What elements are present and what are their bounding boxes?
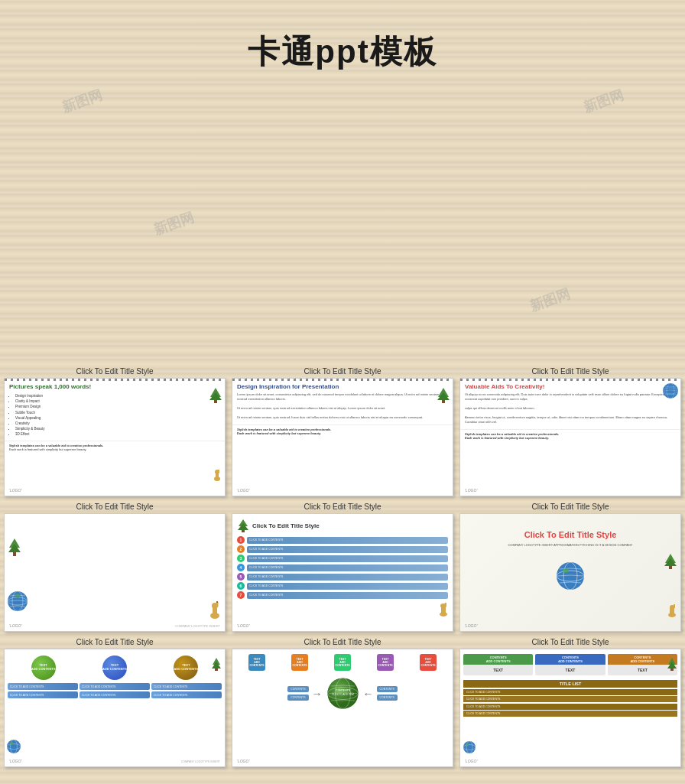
btn-1[interactable]: CLICK TO ADD CONTENTS <box>8 683 78 690</box>
slide2-2-title: Click To Edit Title Style <box>252 522 320 529</box>
arrow-right: → <box>312 688 323 700</box>
slide-2-1[interactable]: 'LOGO' COMPANY LOGOTYPE INSERT <box>4 513 226 632</box>
giraffe-decoration-3 <box>436 600 451 622</box>
slide-3-1[interactable]: TEXTADD CONTENTS TEXTADD CONTENTS TEXTAD… <box>4 649 226 767</box>
svg-rect-9 <box>442 400 445 403</box>
slide3-3-logo: 'LOGO' <box>465 759 477 763</box>
slide2-2-items: 1 CLICK TO ADD CONTENTS 2 CLICK TO ADD C… <box>232 535 453 602</box>
slide3-2-top-boxes: TEXTADD CONTENTS TEXTADD CONTENTS TEXTAD… <box>232 649 453 673</box>
slide-label-2-2: Click To Edit Title Style <box>304 503 381 511</box>
page-title: 卡通ppt模板 <box>0 31 685 73</box>
slide-1-3[interactable]: Valuable Aids To Creativity! Ut aliquip … <box>459 378 681 496</box>
bullet-1: Design Inspiration <box>15 393 220 399</box>
slide-3-3[interactable]: CONTENTSADD CONTENTS TEXT CONTENTSADD CO… <box>459 649 681 767</box>
svg-text:CLICK TO ADD ITEM: CLICK TO ADD ITEM <box>332 693 354 696</box>
tree-decoration-1 <box>209 386 222 406</box>
numbered-item-5: 5 CLICK TO ADD CONTENTS <box>237 573 448 581</box>
num-4: 4 <box>237 564 245 571</box>
btn-2[interactable]: CLICK TO ADD CONTENTS <box>80 683 150 690</box>
globe-decoration-3 <box>6 739 21 757</box>
slide2-3-title: Click To Edit Title Style <box>468 529 673 540</box>
slide-label-2-1: Click To Edit Title Style <box>76 503 154 511</box>
slide1-2-footer: Stylish templates can be a valuable aid … <box>232 425 453 438</box>
slide-row-2: Click To Edit Title Style <box>4 503 681 632</box>
svg-marker-26 <box>238 523 248 530</box>
svg-rect-15 <box>13 552 16 556</box>
slide-wrapper-2-2: Click To Edit Title Style Click To Edit … <box>232 503 453 632</box>
globe-decoration-1 <box>662 382 679 402</box>
slide-3-2[interactable]: TEXTADD CONTENTS TEXTADD CONTENTS TEXTAD… <box>232 649 453 767</box>
slide1-2-title: Design Inspiration for Presentation <box>237 383 448 390</box>
btn-6[interactable]: CLICK TO ADD CONTENTS <box>151 691 222 698</box>
slide1-3-footer: Stylish templates can be a valuable aid … <box>460 429 680 442</box>
btn-row-1: CLICK TO ADD CONTENTS CLICK TO ADD CONTE… <box>8 683 222 690</box>
svg-text:CONTENTS: CONTENTS <box>335 689 350 692</box>
list-item-1[interactable]: CLICK TO ADD CONTENTS <box>463 689 677 695</box>
slide-row-3: Click To Edit Title Style TEXTADD CONTEN… <box>4 638 681 767</box>
slide1-3-content: Ut aliquip ex ea commodo adipiscing elit… <box>465 392 676 425</box>
list-item-2[interactable]: CLICK TO ADD CONTENTS <box>463 696 677 702</box>
num-5: 5 <box>237 573 245 581</box>
title-list-header: TITLE LIST <box>463 680 677 688</box>
svg-marker-61 <box>667 662 677 669</box>
bullet-3: Premium Design <box>15 404 220 409</box>
svg-point-59 <box>466 743 469 746</box>
list-item-3[interactable]: CLICK TO ADD CONTENTS <box>463 704 677 710</box>
slide-wrapper-1-2: Click To Edit Title Style Design Inspira… <box>232 367 453 496</box>
slide3-3-title-list: TITLE LIST CLICK TO ADD CONTENTS CLICK T… <box>460 678 680 718</box>
box2-body: TEXT <box>535 665 605 675</box>
slide2-2-header: Click To Edit Title Style <box>232 514 453 535</box>
slides-grid: Click To Edit Title Style Pictures speak… <box>4 367 681 773</box>
bullet-4: Subtle Touch <box>15 410 220 415</box>
item-bar-3: CLICK TO ADD CONTENTS <box>247 555 448 562</box>
content-box-1: CONTENTSADD CONTENTS TEXT <box>463 654 533 675</box>
numbered-item-6: 6 CLICK TO ADD CONTENTS <box>237 582 448 590</box>
slide3-2-bottom: CONTENTS CONTENTS → <box>232 673 453 714</box>
num-3: 3 <box>237 555 245 562</box>
svg-rect-27 <box>242 530 245 532</box>
slide-wrapper-1-1: Click To Edit Title Style Pictures speak… <box>4 367 226 496</box>
slide-label-2-3: Click To Edit Title Style <box>532 503 609 511</box>
slide-label-1-3: Click To Edit Title Style <box>532 367 609 376</box>
list-item-4[interactable]: CLICK TO ADD CONTENTS <box>463 711 677 717</box>
slide-label-1-1: Click To Edit Title Style <box>76 367 154 376</box>
svg-rect-38 <box>669 566 672 569</box>
slide-1-1[interactable]: Pictures speak 1,000 words! Design Inspi… <box>4 378 226 496</box>
btn-3[interactable]: CLICK TO ADD CONTENTS <box>151 683 222 690</box>
svg-marker-14 <box>8 544 21 552</box>
circle-green-btn: TEXTADD CONTENTS <box>31 656 56 680</box>
arrow-label-1: CONTENTS <box>287 686 308 692</box>
box1-header: CONTENTSADD CONTENTS <box>463 654 533 665</box>
svg-point-24 <box>216 601 218 603</box>
content-box-2: CONTENTSADD CONTENTS TEXT <box>535 654 605 675</box>
btn-4[interactable]: CLICK TO ADD CONTENTS <box>8 691 78 698</box>
slide2-3-subtitle: COMPANY LOGOTYPE INSERT APPROXIMATION PI… <box>468 543 673 548</box>
svg-rect-6 <box>218 470 219 473</box>
num-6: 6 <box>237 582 245 590</box>
arrow-label-4: CONTENTS <box>377 695 398 701</box>
slide-2-3[interactable]: Click To Edit Title Style COMPANY LOGOTY… <box>459 513 681 632</box>
slide2-2-logo: 'LOGO' <box>237 623 249 628</box>
slide3-1-logo: 'LOGO' <box>9 759 21 763</box>
center-globe: CONTENTS CLICK TO ADD ITEM <box>326 676 360 711</box>
arrow-label-3: CONTENTS <box>377 686 398 692</box>
spiral-top <box>5 379 225 381</box>
bullet-5: Visual Appealing <box>15 415 220 421</box>
right-arrows: CONTENTS CONTENTS <box>377 686 398 701</box>
slide-label-1-2: Click To Edit Title Style <box>304 367 381 376</box>
slide2-3-logo: 'LOGO' <box>465 623 477 628</box>
slide3-2-logo: 'LOGO' <box>237 759 249 763</box>
circle-blue: TEXTADD CONTENTS <box>102 656 127 680</box>
numbered-item-4: 4 CLICK TO ADD CONTENTS <box>237 564 448 571</box>
slide-1-2[interactable]: Design Inspiration for Presentation Lore… <box>232 378 453 496</box>
slide1-2-logo: 'LOGO' <box>237 488 249 493</box>
slide1-1-logo: 'LOGO' <box>9 488 21 493</box>
slide3-3-boxes: CONTENTSADD CONTENTS TEXT CONTENTSADD CO… <box>460 649 680 678</box>
slide1-1-bullets: Design Inspiration Clarity & Impact Prem… <box>9 393 220 438</box>
slide3-1-company: COMPANY LOGOTYPE INSERT <box>181 760 220 763</box>
slide-2-2[interactable]: Click To Edit Title Style 1 CLICK TO ADD… <box>232 513 453 632</box>
svg-point-43 <box>7 740 21 753</box>
giraffe-decoration-1 <box>211 468 223 485</box>
btn-5[interactable]: CLICK TO ADD CONTENTS <box>80 691 150 698</box>
slide-wrapper-3-2: Click To Edit Title Style TEXTADD CONTEN… <box>232 638 453 767</box>
